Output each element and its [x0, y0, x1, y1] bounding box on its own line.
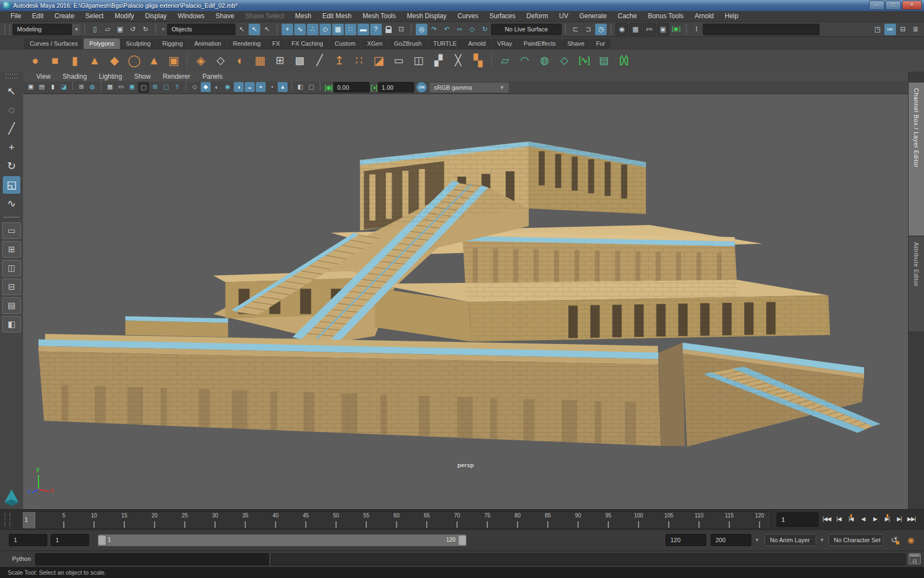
separator[interactable]: [565, 24, 566, 34]
go-to-playback-start-button[interactable]: |◀◀: [821, 512, 833, 526]
xray-icon[interactable]: ◧: [295, 82, 305, 92]
film-gate-icon[interactable]: ▭: [116, 82, 126, 92]
lasso-select-tool-icon[interactable]: ◌: [3, 101, 20, 119]
shelf-tab-rigging[interactable]: Rigging: [157, 39, 188, 49]
shelf-tab-painteffects[interactable]: PaintEffects: [518, 39, 562, 49]
shelf-tab-turtle[interactable]: TURTLE: [428, 39, 463, 49]
last-used-tool-icon[interactable]: ∿: [3, 195, 20, 212]
range-slider[interactable]: 1 120: [98, 535, 466, 546]
menu-surfaces[interactable]: Surfaces: [485, 11, 520, 21]
menu-generate[interactable]: Generate: [574, 11, 612, 21]
menu-cache[interactable]: Cache: [613, 11, 642, 21]
separator[interactable]: [610, 24, 612, 34]
menu-create[interactable]: Create: [50, 11, 79, 21]
playback-end-field[interactable]: 120: [666, 534, 706, 546]
animation-start-field[interactable]: 1: [9, 534, 47, 546]
smooth-icon[interactable]: ▦: [250, 51, 270, 70]
duplicate-face-icon[interactable]: ∷: [349, 51, 369, 70]
uv-editor-open-icon[interactable]: [∿]: [574, 51, 594, 70]
undo-icon[interactable]: ↺: [127, 24, 139, 35]
move-tool-icon[interactable]: +: [3, 139, 20, 156]
color-management-toggle[interactable]: ON: [416, 82, 427, 92]
field-chart-icon[interactable]: ⊞: [150, 82, 160, 92]
panel-menu-shading[interactable]: Shading: [57, 72, 92, 81]
shelf-tab-polygons[interactable]: Polygons: [84, 39, 119, 49]
automatic-map-icon[interactable]: ◇: [554, 51, 574, 70]
view-transform-select[interactable]: sRGB gamma ▼: [429, 82, 509, 93]
output-connections-icon[interactable]: ↶: [441, 24, 453, 35]
poly-pipe-icon[interactable]: ▣: [164, 51, 184, 70]
rotate-tool-icon[interactable]: ↻: [3, 157, 20, 175]
combine-icon[interactable]: ◈: [191, 51, 211, 70]
display-layer-history-icon[interactable]: ◷: [595, 24, 607, 35]
wireframe-icon[interactable]: ◇: [190, 82, 200, 92]
select-by-object-icon[interactable]: ↖: [249, 24, 260, 35]
menu-arnold[interactable]: Arnold: [690, 11, 719, 21]
viewport-3d[interactable]: y x z persp: [23, 94, 908, 509]
panel-menu-panels[interactable]: Panels: [197, 72, 228, 81]
selection-mask-field[interactable]: Objects: [167, 24, 235, 35]
poly-torus-icon[interactable]: ◯: [124, 51, 144, 70]
render-sequence-icon[interactable]: [◉]: [670, 23, 682, 35]
channel-box-toggle-icon[interactable]: ⊟: [897, 24, 909, 35]
layout-four-view-icon[interactable]: ⊞: [2, 241, 21, 258]
snap-to-curves-icon[interactable]: ∿: [294, 24, 306, 35]
menu-shave-select[interactable]: Shave Select: [240, 11, 289, 21]
resolution-gate-icon[interactable]: ▣: [127, 82, 137, 92]
menu-deform[interactable]: Deform: [521, 11, 553, 21]
gamma-icon[interactable]: [◑]: [371, 84, 377, 91]
image-plane-icon[interactable]: ◪: [59, 82, 69, 92]
layout-single-perspective-icon[interactable]: ▭: [2, 222, 21, 239]
menu-file[interactable]: File: [6, 11, 26, 21]
lock-selection-icon[interactable]: [383, 24, 394, 35]
anim-layer-arrow-icon[interactable]: ▼: [755, 537, 760, 543]
mirror-icon[interactable]: ◐: [230, 51, 250, 70]
close-button[interactable]: [902, 1, 922, 10]
snap-to-projected-center-icon[interactable]: ◇: [320, 24, 331, 35]
snap-to-view-planes-icon[interactable]: ▦: [332, 24, 344, 35]
separator[interactable]: [277, 24, 278, 34]
multisample-aa-icon[interactable]: ▴: [278, 82, 288, 92]
cylindrical-map-icon[interactable]: ◠: [515, 51, 535, 70]
play-forwards-button[interactable]: ▶: [869, 512, 881, 526]
step-back-key-button[interactable]: |◀: [845, 512, 857, 526]
shelf-tab-shave[interactable]: Shave: [562, 39, 590, 49]
quick-select-icon[interactable]: I: [691, 24, 702, 35]
panel-menu-renderer[interactable]: Renderer: [157, 72, 196, 81]
new-scene-icon[interactable]: ▯: [89, 24, 101, 35]
toolbar-grip[interactable]: [4, 24, 10, 34]
separate-icon[interactable]: ◇: [211, 51, 230, 70]
multi-cut-icon[interactable]: ╳: [448, 51, 468, 70]
shadows-icon[interactable]: ◒: [245, 82, 255, 92]
shelf-tab-fx-caching[interactable]: FX Caching: [286, 39, 328, 49]
menu-display[interactable]: Display: [140, 11, 172, 21]
live-surface-field[interactable]: No Live Surface: [491, 24, 562, 35]
layout-persp-graph-icon[interactable]: ⊟: [2, 279, 21, 295]
quad-draw-icon[interactable]: ▚: [468, 51, 488, 70]
selection-mode-arrow-icon[interactable]: ▼: [161, 27, 166, 32]
menu-curves[interactable]: Curves: [453, 11, 483, 21]
poly-cylinder-icon[interactable]: ▮: [65, 51, 85, 70]
modeling-toolkit-toggle-icon[interactable]: ◳: [872, 24, 883, 35]
quick-select-input[interactable]: [703, 24, 820, 35]
snap-help-icon[interactable]: ?: [370, 24, 382, 35]
snap-to-grids-icon[interactable]: +: [282, 24, 293, 35]
render-current-frame-icon[interactable]: ▦: [629, 23, 642, 36]
gamma-field[interactable]: 1.00: [378, 82, 414, 92]
input-connections-icon[interactable]: ↷: [428, 24, 440, 35]
spherical-map-icon[interactable]: ◍: [535, 51, 554, 70]
redo-icon[interactable]: ↻: [140, 24, 151, 35]
panel-menu-show[interactable]: Show: [129, 72, 156, 81]
shelf-tab-arnold[interactable]: Arnold: [463, 39, 491, 49]
current-frame-marker[interactable]: 1: [23, 512, 35, 528]
shelf-tab-vray[interactable]: VRay: [492, 39, 518, 49]
uv-snapshot-icon[interactable]: ▤: [594, 51, 614, 70]
shelf-tab-rendering[interactable]: Rendering: [227, 39, 266, 49]
poly-pyramid-icon[interactable]: ▲: [144, 51, 164, 70]
step-forward-key-button[interactable]: ▶|: [881, 512, 893, 526]
input-output-connections-icon[interactable]: ∾: [454, 24, 465, 35]
reduce-icon[interactable]: ▩: [290, 51, 310, 70]
open-render-view-icon[interactable]: ◉: [615, 23, 628, 36]
scale-tool-icon[interactable]: ◱: [3, 176, 20, 194]
menu-shave[interactable]: Shave: [211, 11, 239, 21]
